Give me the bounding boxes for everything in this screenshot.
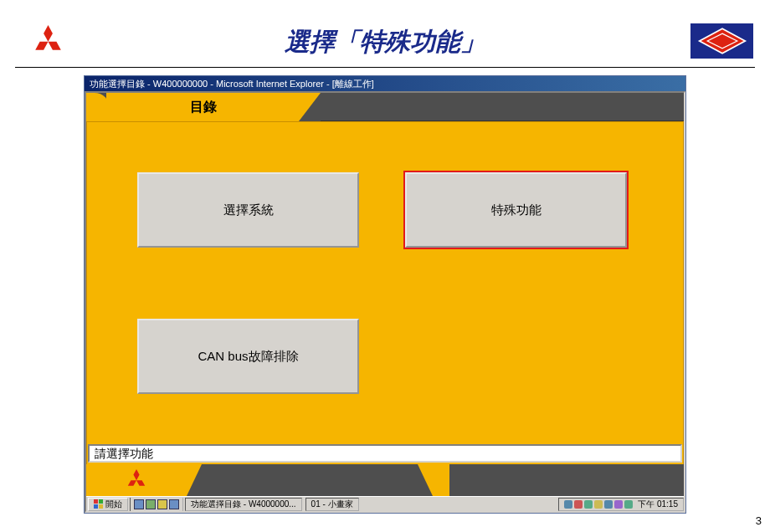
bottom-toolbar — [86, 464, 684, 496]
button-label: 選擇系統 — [223, 202, 274, 218]
select-system-button[interactable]: 選擇系統 — [137, 172, 359, 248]
window-title: 功能選擇目錄 - W400000000 - Microsoft Internet… — [90, 78, 374, 90]
start-label: 開始 — [105, 499, 122, 510]
window-titlebar: 功能選擇目錄 - W400000000 - Microsoft Internet… — [85, 76, 685, 91]
start-button[interactable]: 開始 — [88, 498, 128, 511]
tab-label: 目錄 — [190, 99, 217, 116]
slide-title: 選擇「特殊功能」 — [0, 25, 770, 59]
taskbar-item[interactable]: 01 - 小畫家 — [305, 498, 359, 511]
can-bus-troubleshoot-button[interactable]: CAN bus故障排除 — [137, 319, 359, 394]
mitsubishi-logo-icon — [124, 469, 149, 491]
special-function-button[interactable]: 特殊功能 — [405, 172, 627, 248]
ql-outlook-icon[interactable] — [157, 499, 167, 509]
bottom-right-block — [433, 464, 449, 496]
app-body: 目錄 選擇系統 特殊功能 CAN bus故障排除 請選擇功能 — [85, 91, 685, 513]
ql-extra-icon[interactable] — [169, 499, 179, 509]
slide-header: 選擇「特殊功能」 — [0, 0, 770, 67]
svg-marker-7 — [128, 480, 136, 486]
ql-desktop-icon[interactable] — [146, 499, 156, 509]
page-number: 3 — [756, 514, 762, 527]
tray-icon[interactable] — [584, 500, 593, 509]
system-tray: 下午 01:15 — [558, 498, 684, 511]
tray-icon[interactable] — [564, 500, 572, 509]
svg-rect-10 — [94, 504, 98, 509]
tray-icon[interactable] — [574, 500, 583, 509]
button-label: CAN bus故障排除 — [198, 349, 298, 365]
svg-rect-8 — [94, 499, 98, 504]
taskbar-item-label: 功能選擇目錄 - W4000000... — [191, 499, 296, 510]
status-row: 請選擇功能 — [86, 444, 684, 464]
app-window: 功能選擇目錄 - W400000000 - Microsoft Internet… — [84, 75, 686, 514]
quick-launch — [130, 498, 183, 511]
red-diamond-logo-icon — [690, 23, 753, 59]
svg-marker-6 — [136, 480, 145, 486]
tray-icon[interactable] — [604, 500, 613, 509]
svg-marker-5 — [133, 469, 139, 480]
bottom-logo-block[interactable] — [86, 464, 187, 496]
button-label: 特殊功能 — [491, 202, 542, 218]
header-divider — [15, 67, 755, 68]
tray-icon[interactable] — [594, 500, 603, 509]
tab-strip: 目錄 — [86, 93, 684, 121]
ql-ie-icon[interactable] — [134, 499, 144, 509]
taskbar-item[interactable]: 功能選擇目錄 - W4000000... — [185, 498, 302, 511]
status-text: 請選擇功能 — [88, 444, 682, 463]
windows-icon — [94, 499, 104, 509]
tab-active[interactable]: 目錄 — [106, 93, 299, 121]
svg-rect-9 — [99, 499, 103, 504]
windows-taskbar: 開始 功能選擇目錄 - W4000000... 01 - 小畫家 — [86, 496, 684, 511]
svg-rect-11 — [99, 504, 103, 509]
tray-icon[interactable] — [614, 500, 623, 509]
tray-icon[interactable] — [624, 500, 633, 509]
taskbar-item-label: 01 - 小畫家 — [311, 499, 353, 510]
tray-clock: 下午 01:15 — [638, 499, 678, 510]
